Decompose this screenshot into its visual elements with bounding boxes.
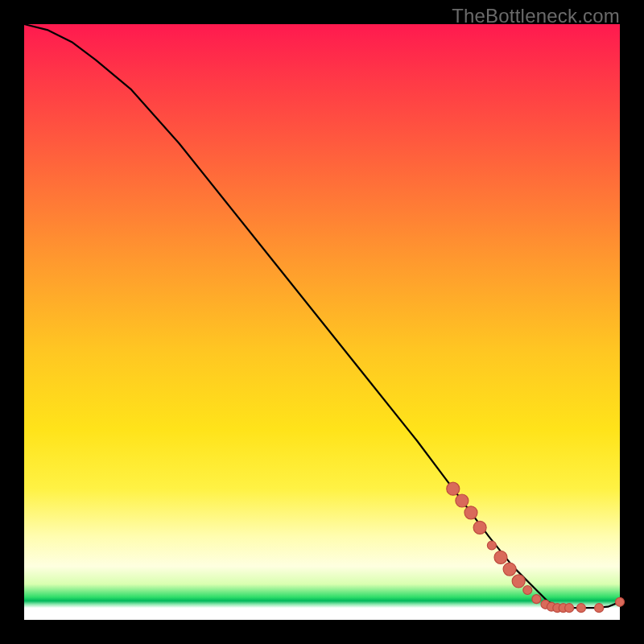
data-dot	[487, 541, 496, 550]
data-dot	[447, 482, 460, 495]
data-dot	[503, 563, 516, 576]
data-dot	[473, 521, 486, 534]
data-dot	[595, 604, 604, 613]
plot-area	[24, 24, 620, 620]
data-dot	[616, 597, 625, 606]
chart-frame: TheBottleneck.com	[0, 0, 644, 644]
data-dot	[576, 604, 585, 613]
data-dot	[464, 506, 477, 519]
data-dot	[456, 494, 469, 507]
data-dot	[512, 575, 525, 588]
watermark-text: TheBottleneck.com	[452, 5, 620, 27]
data-dot	[565, 604, 574, 613]
curve-path	[24, 24, 620, 608]
dots-group	[447, 482, 625, 613]
data-dot	[494, 551, 507, 564]
data-dot	[523, 586, 532, 595]
data-dot	[532, 595, 541, 604]
chart-svg	[24, 24, 620, 620]
